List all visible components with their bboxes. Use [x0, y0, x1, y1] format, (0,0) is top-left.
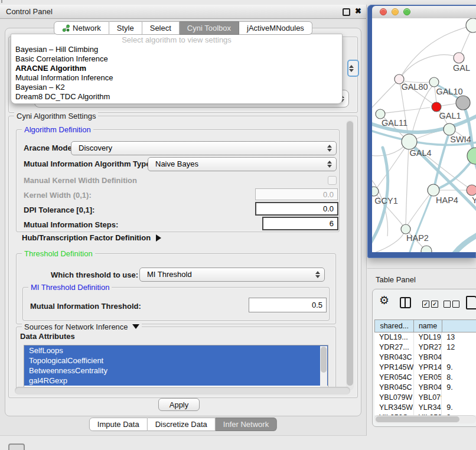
tab-cyni-toolbox[interactable]: Cyni Toolbox	[180, 21, 239, 35]
column-header-extra[interactable]	[442, 320, 476, 332]
network-edge-highlighted[interactable]	[407, 193, 432, 252]
network-edge[interactable]	[372, 79, 399, 111]
network-node[interactable]	[444, 123, 455, 135]
close-icon[interactable]: ✖	[355, 6, 361, 15]
algorithm-option-aracne-algorithm[interactable]: ARACNE Algorithm	[11, 64, 342, 73]
table-cell: YPR145W	[374, 363, 414, 373]
table-cell	[442, 353, 476, 363]
float-window-icon[interactable]	[343, 8, 350, 16]
network-node[interactable]	[401, 224, 410, 234]
manual-kernel-checkbox[interactable]	[328, 176, 337, 185]
network-node[interactable]	[466, 18, 476, 32]
dpi-tolerance-input[interactable]	[255, 202, 338, 216]
table-row[interactable]: YDL19...YDL19...13	[374, 332, 476, 343]
tab-impute-data[interactable]: Impute Data	[89, 418, 148, 431]
settings-horizontal-scrollbar[interactable]	[15, 387, 350, 394]
algorithm-option-bayesian-k2[interactable]: Bayesian – K2	[11, 83, 342, 92]
table-row[interactable]: YPR145WYPR145W9.	[374, 363, 476, 373]
tab-network[interactable]: Network	[54, 21, 109, 35]
attribute-item-selfloops[interactable]: SelfLoops	[24, 345, 328, 356]
control-panel-window: Control Panel ✖ NetworkStyleSelectCyni T…	[0, 5, 367, 436]
tab-discretize-data[interactable]: Discretize Data	[148, 418, 216, 431]
network-edge[interactable]	[406, 145, 409, 226]
tab-infer-network[interactable]: Infer Network	[216, 418, 277, 431]
network-edge-highlighted[interactable]	[450, 234, 476, 252]
algorithm-option-basic-correlation-inference[interactable]: Basic Correlation Inference	[11, 54, 342, 64]
aracne-mode-combo[interactable]: Discovery	[71, 141, 337, 155]
column-header-name[interactable]: name	[414, 320, 442, 332]
network-canvas[interactable]: GALGAL80GAL10GAL1GAL11SWI4GAL4GCY1HAP4YH…	[372, 18, 476, 252]
mi-type-combo[interactable]: Naive Bayes	[148, 157, 337, 171]
gear-icon[interactable]: ⚙	[379, 294, 389, 307]
tab-select[interactable]: Select	[142, 21, 180, 35]
mi-threshold-label: Mutual Information Threshold:	[30, 302, 141, 311]
table-row[interactable]: YDR27...YDR27...12	[374, 343, 476, 353]
select-all-checkbox-icon[interactable]: ✓	[431, 301, 438, 308]
table-row[interactable]: YBL079WYBL079W	[374, 393, 476, 403]
table-horizontal-scrollbar[interactable]	[374, 415, 476, 423]
table-row[interactable]: YER054CYER054C8.	[374, 373, 476, 383]
mi-steps-input[interactable]	[262, 217, 338, 230]
table-row[interactable]: YLR345WYLR345W9.	[374, 403, 476, 413]
network-edge[interactable]	[382, 107, 430, 113]
partial-dock-icon[interactable]	[8, 444, 25, 450]
deselect-checkbox-icon[interactable]	[444, 301, 451, 308]
kernel-width-input[interactable]	[255, 188, 338, 200]
control-panel-titlebar[interactable]: Control Panel ✖	[0, 5, 366, 19]
network-edge[interactable]	[399, 55, 458, 79]
tab-style[interactable]: Style	[109, 21, 142, 35]
list-scrollbar[interactable]	[320, 346, 327, 387]
hub-definition-label: Hub/Transcription Factor Definition	[22, 233, 151, 242]
network-edge[interactable]	[372, 233, 404, 252]
algorithm-option-mutual-information-inference[interactable]: Mutual Information Inference	[11, 73, 342, 83]
deselect-checkbox-icon[interactable]	[452, 301, 459, 308]
hub-definition-expander[interactable]: Hub/Transcription Factor Definition	[22, 233, 161, 242]
table-row[interactable]: YBR045CYBR045C9.	[374, 383, 476, 393]
attribute-item-gal4rgexp[interactable]: gal4RGexp	[24, 376, 328, 386]
tab-jactivemnodules[interactable]: jActiveMNodules	[239, 21, 312, 35]
corner-tick	[1, 0, 2, 3]
network-edge[interactable]	[372, 146, 404, 156]
network-node-label: HAP4	[436, 195, 458, 205]
minimize-traffic-light-icon[interactable]	[392, 8, 399, 15]
attribute-item-betweennesscentrality[interactable]: BetweennessCentrality	[24, 366, 328, 376]
table-row[interactable]: YBR043CYBR043C	[374, 353, 476, 363]
algorithm-option-dream8-dc-tdc-algorithm[interactable]: Dream8 DC_TDC Algorithm	[11, 92, 342, 102]
network-window-titlebar[interactable]	[372, 6, 476, 19]
network-node-label: GAL	[453, 63, 470, 73]
network-node[interactable]	[428, 184, 439, 196]
network-edge[interactable]	[377, 144, 407, 188]
network-node[interactable]	[454, 53, 464, 63]
settings-vertical-scrollbar[interactable]	[346, 120, 354, 390]
desktop: Control Panel ✖ NetworkStyleSelectCyni T…	[0, 0, 476, 450]
network-node[interactable]	[421, 246, 432, 252]
network-node[interactable]	[372, 187, 379, 196]
manual-kernel-label: Manual Kernel Width Definition	[24, 176, 137, 185]
network-node[interactable]	[432, 102, 441, 112]
document-icon[interactable]	[466, 296, 476, 309]
close-traffic-light-icon[interactable]	[380, 8, 387, 15]
apply-button[interactable]: Apply	[158, 398, 200, 411]
network-node[interactable]	[467, 185, 476, 195]
column-header-shared[interactable]: shared...	[375, 320, 414, 332]
network-node[interactable]	[456, 96, 470, 110]
algorithm-option-bayesian-hill-climbing[interactable]: Bayesian – Hill Climbing	[11, 45, 342, 54]
data-attributes-list[interactable]: SelfLoopsTopologicalCoefficientBetweenne…	[24, 345, 328, 389]
network-node[interactable]	[402, 134, 417, 149]
zoom-traffic-light-icon[interactable]	[403, 8, 410, 15]
mi-threshold-input[interactable]	[249, 298, 327, 312]
attribute-item-topologicalcoefficient[interactable]: TopologicalCoefficient	[24, 356, 328, 366]
kernel-width-label: Kernel Width (0,1):	[24, 191, 92, 200]
table-cell: YER054C	[374, 373, 414, 383]
mi-type-label: Mutual Information Algorithm Type:	[24, 159, 153, 168]
network-node[interactable]	[429, 77, 439, 87]
focused-spinner[interactable]	[347, 60, 359, 77]
network-node[interactable]	[376, 109, 385, 119]
bottom-tabs: Impute DataDiscretize DataInfer Network	[89, 418, 277, 431]
select-all-checkbox-icon[interactable]: ✓	[422, 301, 429, 308]
columns-icon[interactable]	[400, 297, 411, 308]
tab-label: Cyni Toolbox	[187, 22, 231, 34]
network-node[interactable]	[467, 148, 476, 164]
mi-threshold-title: MI Threshold Definition	[28, 283, 112, 292]
which-threshold-combo[interactable]: MI Threshold	[139, 268, 325, 282]
